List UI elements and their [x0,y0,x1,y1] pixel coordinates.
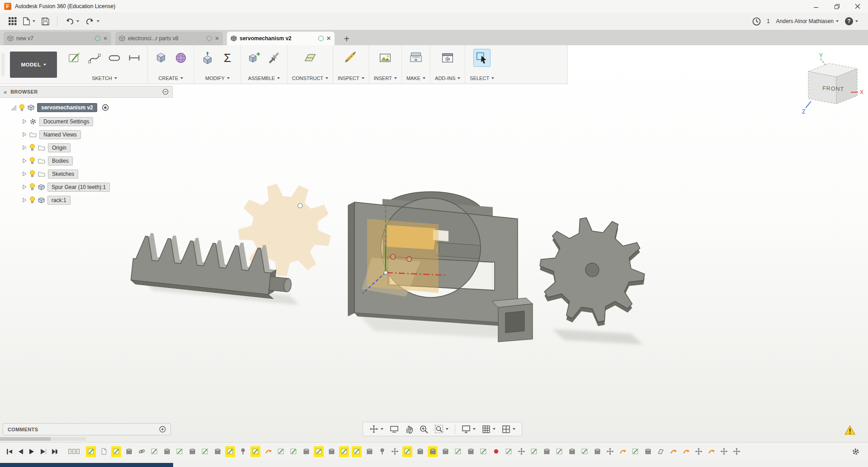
ribbon-group-label[interactable]: CONSTRUCT [292,75,328,81]
timeline-sketch-icon[interactable] [352,446,362,457]
toolbar-grip[interactable] [0,45,6,84]
job-status-clock-icon[interactable] [749,14,764,28]
visibility-bulb-icon[interactable] [29,144,35,151]
timeline-extrude-icon[interactable] [124,446,134,457]
timeline-link-icon[interactable] [137,446,146,457]
timeline-sketch-icon[interactable] [453,446,463,457]
new-body-box-icon[interactable] [152,49,170,67]
user-menu[interactable]: Anders Alnor Mathiasen [776,18,839,24]
line-tool-icon[interactable] [126,49,143,67]
joint-tool-icon[interactable] [265,49,283,67]
timeline-sketch-icon[interactable] [86,446,96,457]
browser-item-origin[interactable]: Origin [0,141,173,154]
expander-icon[interactable] [23,119,27,124]
browser-item-label[interactable]: Bodies [48,156,73,165]
timeline-play-button[interactable] [26,446,38,458]
browser-item-document-settings[interactable]: Document Settings [0,115,173,128]
ribbon-group-label[interactable]: ADD-INS [435,75,460,81]
close-button[interactable] [847,0,868,13]
expander-icon[interactable] [23,184,27,189]
ribbon-group-label[interactable]: INSPECT [338,75,364,81]
timeline-sketch-icon[interactable] [200,446,210,457]
new-tab-button[interactable]: + [341,33,352,45]
scripts-addins-icon[interactable] [439,49,456,67]
document-tab-active[interactable]: servomechanism v2 ✕ [227,32,335,45]
select-tool-icon[interactable] [473,49,491,67]
timeline-sketch-icon[interactable] [630,446,640,457]
close-tab-icon[interactable]: ✕ [326,35,331,42]
timeline-sketch-icon[interactable] [402,446,412,457]
timeline-extrude-icon[interactable] [567,446,577,457]
timeline-move-icon[interactable] [731,446,741,457]
parameters-sigma-icon[interactable]: Σ [219,49,236,67]
document-tab[interactable]: electronci...r parts v8 ✕ [115,32,223,45]
workspace-switcher[interactable]: MODEL [10,52,57,78]
form-sphere-icon[interactable] [172,49,189,67]
document-tab[interactable]: new v7 ✕ [4,32,111,45]
comments-bar[interactable]: COMMENTS [3,423,171,435]
timeline-extrude-icon[interactable] [187,446,197,457]
timeline-joint-icon[interactable] [681,446,691,457]
sketch-circle[interactable] [391,255,396,259]
timeline-sketch-icon[interactable] [276,446,286,457]
timeline-joint-icon[interactable] [668,446,678,457]
timeline-move-icon[interactable] [719,446,729,457]
browser-item-bodies[interactable]: Bodies [0,154,173,167]
file-menu-button[interactable] [20,14,38,28]
timeline-joint-icon[interactable] [618,446,627,457]
timeline-extrude-icon[interactable] [542,446,552,457]
visibility-bulb-icon[interactable] [19,104,25,112]
browser-item-label[interactable]: Document Settings [39,117,93,126]
timeline-pin-icon[interactable] [238,446,248,457]
construct-plane-icon[interactable] [302,49,319,67]
timeline-sketch-icon[interactable] [250,446,260,457]
timeline-sketch-icon[interactable] [111,446,121,457]
timeline-extrude-icon[interactable] [301,446,311,457]
browser-item-label[interactable]: Sketches [48,170,78,179]
timeline-origin-icon[interactable] [491,446,501,457]
visibility-bulb-icon[interactable] [29,157,35,165]
timeline-sketch-icon[interactable] [554,446,564,457]
spur-gear-body[interactable] [533,212,651,332]
grid-settings-icon[interactable] [479,424,498,434]
timeline-extrude-icon[interactable] [466,446,476,457]
timeline-sketch-icon[interactable] [478,446,488,457]
close-tab-icon[interactable]: ✕ [215,35,219,42]
measure-tool-icon[interactable] [342,49,359,67]
browser-item-spur-gear[interactable]: Spur Gear (10 teeth):1 [0,180,173,193]
insert-image-icon[interactable] [377,49,394,67]
timeline-sketch-icon[interactable] [149,446,159,457]
ribbon-group-label[interactable]: MODIFY [205,75,230,81]
timeline-extrude-icon[interactable] [415,446,425,457]
app-grid-icon[interactable] [5,14,20,28]
undo-button[interactable] [62,14,82,28]
close-tab-icon[interactable]: ✕ [103,35,108,42]
browser-root-item[interactable]: servomechanism v2 [0,100,173,115]
expander-icon[interactable] [23,171,27,176]
timeline-extrude-icon[interactable] [162,446,172,457]
timeline-extrude-icon[interactable] [592,446,602,457]
redo-button[interactable] [82,14,103,28]
timeline-group-marker[interactable] [68,449,80,454]
minimize-button[interactable] [806,0,826,13]
save-button[interactable] [38,14,52,28]
sketch-point[interactable] [298,203,302,208]
timeline-sketch-icon[interactable] [175,446,184,457]
timeline-move-icon[interactable] [516,446,526,457]
browser-item-label[interactable]: Origin [48,143,71,152]
look-at-icon[interactable] [387,425,401,434]
timeline-sketch-icon[interactable] [225,446,235,457]
visibility-bulb-icon[interactable] [29,196,35,204]
sketch-circle[interactable] [407,257,412,262]
expander-icon[interactable] [23,132,27,137]
expander-icon[interactable] [23,198,27,203]
visibility-bulb-icon[interactable] [29,170,35,178]
timeline-plane-icon[interactable] [656,446,665,457]
timeline-doc-icon[interactable] [99,446,108,457]
browser-root-label[interactable]: servomechanism v2 [37,103,97,112]
timeline-step-back-button[interactable] [15,446,26,458]
browser-item-label[interactable]: Spur Gear (10 teeth):1 [47,183,110,192]
warning-icon[interactable] [844,425,855,435]
activate-component-radio-icon[interactable] [102,104,109,111]
restore-button[interactable] [826,0,847,13]
